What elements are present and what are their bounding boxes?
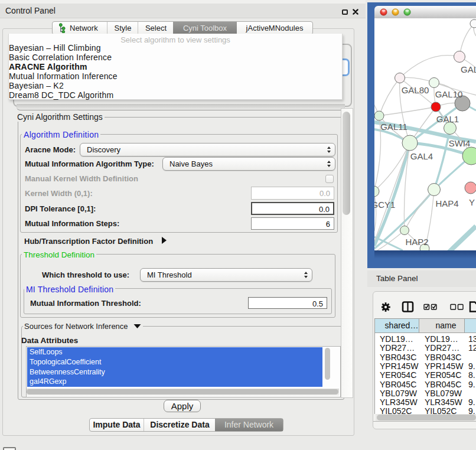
svg-text:GAL1: GAL1: [436, 114, 459, 124]
svg-text:GAL80: GAL80: [402, 85, 429, 95]
svg-text:HAP2: HAP2: [405, 237, 428, 247]
svg-text:GAL4: GAL4: [410, 151, 433, 161]
svg-text:GAL10: GAL10: [435, 89, 463, 99]
svg-text:HAP4: HAP4: [435, 198, 458, 208]
svg-text:GCY1: GCY1: [374, 200, 395, 210]
svg-text:SWI4: SWI4: [449, 138, 471, 148]
svg-text:GAL: GAL: [461, 64, 476, 74]
svg-text:Y: Y: [469, 197, 475, 207]
svg-text:GAL11: GAL11: [380, 122, 407, 132]
